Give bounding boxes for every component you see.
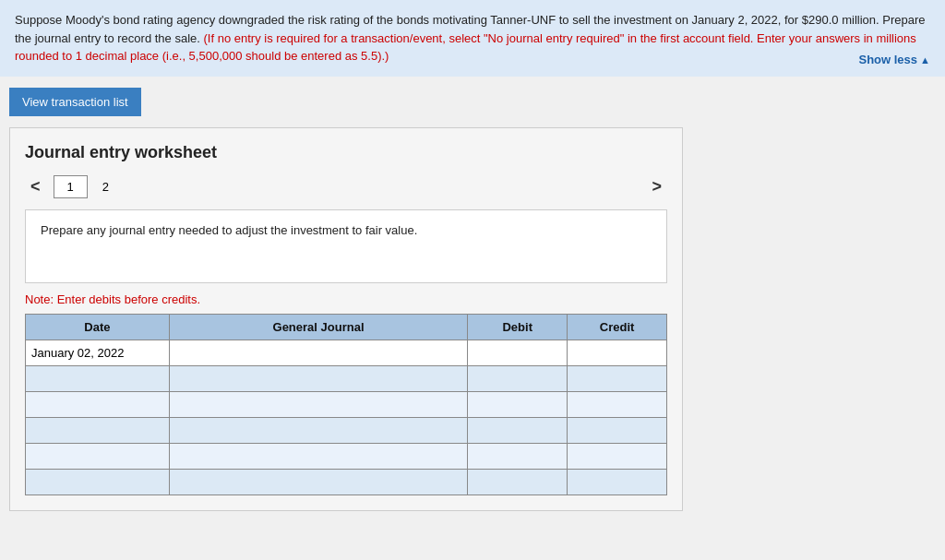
table-row	[26, 443, 667, 469]
date-cell[interactable]	[26, 417, 170, 443]
credit-input[interactable]	[568, 418, 666, 443]
table-row	[26, 469, 667, 494]
general-journal-input[interactable]	[170, 366, 468, 391]
header-date: Date	[26, 314, 170, 340]
debit-input[interactable]	[468, 366, 567, 391]
table-row	[26, 365, 667, 391]
date-cell[interactable]	[26, 365, 170, 391]
header-general-journal: General Journal	[169, 314, 468, 340]
general-journal-input[interactable]	[170, 340, 468, 365]
journal-instruction-box: Prepare any journal entry needed to adju…	[25, 209, 667, 283]
debit-cell[interactable]	[468, 391, 568, 417]
general-journal-cell[interactable]	[169, 391, 468, 417]
general-journal-input[interactable]	[170, 444, 468, 469]
navigation-row: < 1 2 >	[25, 175, 667, 198]
credit-input[interactable]	[568, 470, 666, 494]
view-transaction-button[interactable]: View transaction list	[9, 88, 141, 116]
date-cell[interactable]	[26, 469, 170, 494]
general-journal-input[interactable]	[170, 470, 468, 494]
page-tab-2[interactable]: 2	[95, 176, 116, 197]
next-page-button[interactable]: >	[646, 175, 667, 198]
table-header-row: Date General Journal Debit Credit	[26, 314, 667, 340]
date-input[interactable]	[26, 444, 169, 469]
debit-cell[interactable]	[468, 417, 568, 443]
debit-cell[interactable]	[468, 340, 568, 365]
date-cell[interactable]	[26, 443, 170, 469]
table-row: January 02, 2022	[26, 340, 667, 365]
credit-cell[interactable]	[568, 469, 667, 494]
credit-input[interactable]	[568, 444, 666, 469]
credit-input[interactable]	[568, 366, 666, 391]
debit-input[interactable]	[468, 392, 567, 417]
worksheet-title: Journal entry worksheet	[25, 143, 667, 162]
credit-cell[interactable]	[568, 391, 667, 417]
debit-input[interactable]	[468, 444, 567, 469]
debit-cell[interactable]	[468, 469, 568, 494]
credit-cell[interactable]	[568, 365, 667, 391]
prev-page-button[interactable]: <	[25, 175, 46, 198]
journal-table: Date General Journal Debit Credit Januar…	[25, 314, 667, 495]
general-journal-input[interactable]	[170, 392, 468, 417]
journal-instruction-text: Prepare any journal entry needed to adju…	[41, 223, 417, 237]
instruction-panel: Suppose Moody's bond rating agency downg…	[0, 0, 945, 77]
date-input[interactable]	[26, 470, 169, 494]
general-journal-cell[interactable]	[169, 469, 468, 494]
table-row	[26, 417, 667, 443]
general-journal-cell[interactable]	[169, 417, 468, 443]
header-credit: Credit	[568, 314, 667, 340]
credit-cell[interactable]	[568, 443, 667, 469]
general-journal-input[interactable]	[170, 418, 468, 443]
debit-input[interactable]	[468, 340, 567, 365]
debit-input[interactable]	[468, 418, 567, 443]
date-cell[interactable]: January 02, 2022	[26, 340, 170, 365]
page-tab-1[interactable]: 1	[54, 175, 88, 198]
credit-cell[interactable]	[568, 340, 667, 365]
general-journal-cell[interactable]	[169, 365, 468, 391]
credit-input[interactable]	[568, 340, 666, 365]
general-journal-cell[interactable]	[169, 443, 468, 469]
worksheet-container: Journal entry worksheet < 1 2 > Prepare …	[9, 127, 683, 511]
date-input[interactable]	[26, 418, 169, 443]
table-row	[26, 391, 667, 417]
show-less-link[interactable]: Show less	[858, 51, 930, 69]
general-journal-cell[interactable]	[169, 340, 468, 365]
credit-cell[interactable]	[568, 417, 667, 443]
date-input[interactable]	[26, 366, 169, 391]
header-debit: Debit	[468, 314, 568, 340]
debit-cell[interactable]	[468, 365, 568, 391]
debit-input[interactable]	[468, 470, 567, 494]
note-text: Note: Enter debits before credits.	[25, 292, 667, 306]
credit-input[interactable]	[568, 392, 666, 417]
debit-cell[interactable]	[468, 443, 568, 469]
date-input[interactable]	[26, 392, 169, 417]
date-cell[interactable]	[26, 391, 170, 417]
